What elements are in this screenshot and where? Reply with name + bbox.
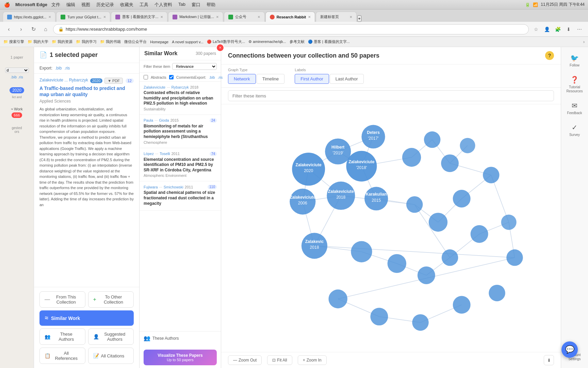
tutorial-button[interactable]: ❓ Tutorial Resources [563, 72, 586, 97]
svg-point-59 [406, 196, 423, 213]
menu-profile[interactable]: 个人资料 [154, 2, 172, 8]
bookmarks-more[interactable]: › [583, 40, 585, 44]
menu-window[interactable]: 窗口 [192, 2, 200, 8]
url-bar[interactable]: 🔒 https://www.researchrabbitapp.com/home [53, 24, 529, 34]
filter-select[interactable]: d [5, 67, 29, 73]
menu-help[interactable]: 帮助 [207, 2, 215, 8]
bookmark-wode-daxue[interactable]: 📁 我的大学 [28, 39, 48, 44]
tab-moke[interactable]: 墨客 | 看颜值的文字... × [111, 12, 167, 22]
new-tab-button[interactable]: + [357, 15, 361, 22]
these-authors-button[interactable]: 👥 These Authors [39, 328, 85, 345]
from-collection-button[interactable]: — From This Collection [39, 291, 85, 308]
tab-ggplot2[interactable]: Turn your GGplot t... × [56, 12, 110, 22]
menu-history[interactable]: 历史记录 [96, 2, 114, 8]
timeline-button[interactable]: Timeline [257, 74, 285, 84]
download-icon[interactable]: ⬇ [564, 25, 573, 34]
similar-title: Similar Work [144, 50, 178, 57]
sim-export-ris[interactable]: .ris [218, 75, 223, 79]
bookmark-wode-shuji[interactable]: 📁 我的书籍 [100, 39, 121, 44]
sidebar-suggested[interactable]: gestedors [3, 123, 31, 136]
bookmark-wode-xuexi[interactable]: 📁 我的学习 [76, 39, 97, 44]
citation-count: 12 [126, 78, 134, 83]
home-button[interactable]: ⌂ [41, 25, 50, 34]
similar-item-2[interactable]: Paula ··· Gioda 2015 24 Biomonitoring of… [140, 115, 221, 148]
export-bib-left[interactable]: .bib [11, 75, 17, 79]
bookmark-novel[interactable]: A novel support v... [172, 40, 203, 44]
follow-button[interactable]: 🐦 Follow [563, 50, 586, 71]
fit-all-button[interactable]: ⊡ Fit All [267, 355, 292, 365]
first-author-button[interactable]: First Author [295, 74, 329, 84]
bookmark-homepage[interactable]: Homepage [150, 40, 168, 44]
pdf-badge[interactable]: ▼ PDF [104, 78, 123, 84]
bookmark-moke[interactable]: 🔵 墨客 | 看颜值的文字... [308, 39, 350, 44]
profile-icon[interactable]: 👤 [542, 25, 551, 34]
tab-ggplot[interactable]: https://exts.ggplot... × [3, 12, 55, 22]
filter-input-row [221, 88, 561, 104]
filter-label: Filter these item [144, 64, 170, 68]
sim-title-3: Elemental concentration and source ident… [144, 157, 217, 173]
graph-filter-input[interactable] [228, 90, 554, 101]
export-bib[interactable]: .bib [55, 66, 62, 71]
tab-new[interactable]: 新建标签页 × [316, 12, 357, 22]
tab-wechat[interactable]: 公众号 × [224, 12, 265, 22]
svg-text:Hilbert: Hilbert [331, 145, 344, 150]
bookmark-wode-ziyuan[interactable]: 📁 我的资源 [52, 39, 72, 44]
chat-button[interactable]: 💬 [561, 341, 578, 358]
svg-text:Zalakeviciute: Zalakeviciute [296, 163, 322, 167]
relevance-select[interactable]: Relevance Year Citations [172, 63, 217, 70]
all-references-button[interactable]: 📋 All References [39, 348, 85, 364]
suggested-authors-button[interactable]: 👤 Suggested Authors [88, 328, 134, 345]
sidebar-filter-dropdown[interactable]: d .bib .ris [2, 65, 32, 82]
follow-label: Follow [570, 63, 579, 67]
menu-favorites[interactable]: 收藏夹 [120, 2, 133, 8]
tab-research-rabbit[interactable]: Research Rabbit × [265, 12, 315, 22]
zoom-out-button[interactable]: — Zoom Out [228, 355, 262, 365]
tab-markdown[interactable]: Markdown | 让排版... × [168, 12, 223, 22]
menu-file[interactable]: 文件 [51, 2, 60, 8]
menu-tools[interactable]: 工具 [140, 2, 148, 8]
menu-tab[interactable]: Tab [178, 2, 185, 8]
system-time: 11月25日 周四 下午8:44 [541, 2, 585, 7]
help-button[interactable]: ? [545, 51, 554, 60]
bookmark-cankao[interactable]: 参考文献 [290, 39, 305, 44]
bookmark-github[interactable]: ⚙ amineremache/qb... [248, 40, 286, 44]
extensions-icon[interactable]: 🧩 [553, 25, 562, 34]
sim-authors-1: Zalakeviciute ··· Rybarczyk 2018 [144, 85, 217, 89]
sim-journal-1: Sustainability [144, 107, 217, 111]
back-button[interactable]: ‹ [4, 25, 14, 34]
download-graph-button[interactable]: ⬇ [544, 355, 554, 365]
settings-icon[interactable]: ⋯ [575, 25, 584, 34]
feedback-icon: ✉ [572, 102, 577, 110]
menu-view[interactable]: 视图 [81, 2, 90, 8]
nav-icons: ☆ 👤 🧩 ⬇ ⋯ [532, 25, 584, 34]
sim-export-bib[interactable]: .bib [209, 75, 215, 79]
forward-button[interactable]: › [16, 25, 26, 34]
similar-item-1[interactable]: Zalakeviciute ··· Rybarczyk 2018 Contras… [140, 82, 221, 115]
zoom-in-button[interactable]: + Zoom In [298, 355, 327, 365]
favorites-icon[interactable]: ☆ [532, 25, 540, 34]
abstracts-checkbox[interactable] [144, 75, 148, 79]
last-author-button[interactable]: Last Author [330, 74, 364, 84]
close-similar-button[interactable]: × [216, 44, 224, 52]
export-ris-left[interactable]: .ris [18, 75, 23, 79]
to-collection-button[interactable]: + To Other Collection [88, 291, 134, 308]
similar-work-button[interactable]: ≈ Similar Work [39, 310, 134, 326]
survey-button[interactable]: ✓ Survey [563, 120, 586, 140]
visualize-papers-button[interactable]: Visualize These Papers Up to 50 papers [144, 350, 217, 365]
bookmark-sousuoyinqing[interactable]: 📁 搜索引擎 [3, 39, 24, 44]
svg-text:Zalakevic: Zalakevic [305, 239, 324, 244]
similar-item-4[interactable]: Fujiwara ··· Smichowski 2011 110 Spatial… [140, 181, 221, 211]
bookmark-latex[interactable]: 🔴 LaTeX数学符号大... [207, 39, 245, 44]
refresh-button[interactable]: ↻ [29, 25, 38, 34]
abstracts-label: Abstracts [151, 75, 166, 79]
feedback-button[interactable]: ✉ Feedback [563, 98, 586, 119]
bookmark-wechat[interactable]: 微信公众平台 [124, 39, 147, 44]
menu-edit[interactable]: 编辑 [66, 2, 75, 8]
similar-item-3[interactable]: López ··· Toselli 2011 74 Elemental conc… [140, 148, 221, 182]
all-citations-button[interactable]: 📝 All Citations [88, 348, 134, 364]
network-button[interactable]: Network [228, 74, 256, 84]
svg-text:2018: 2018 [336, 195, 345, 200]
sidebar-similar-work[interactable]: ≈ Work 666 [3, 104, 31, 121]
export-ris[interactable]: .ris [64, 66, 70, 71]
comments-checkbox[interactable] [169, 75, 174, 79]
